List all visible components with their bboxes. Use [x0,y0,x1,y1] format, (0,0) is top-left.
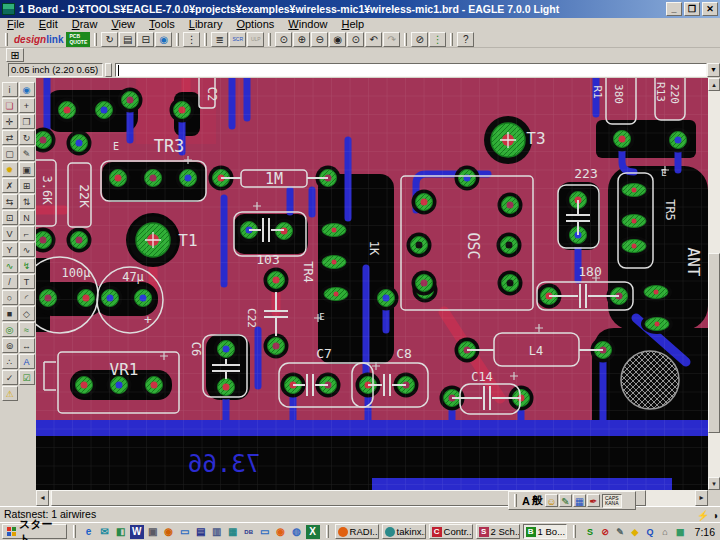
monitor-icon[interactable]: ▭ [258,525,272,539]
hole-icon[interactable]: ⊚ [2,338,18,353]
grid-settings-button[interactable]: ⊞ [6,48,24,62]
scroll-up-button[interactable]: ▴ [708,78,720,91]
task-board[interactable]: B1 Bo... [523,524,567,539]
close-button[interactable]: ✕ [702,2,718,16]
export-image-icon[interactable]: ◉ [155,32,172,47]
show-icon[interactable]: ◉ [19,82,35,97]
pcb-canvas[interactable]: TR3E1M22K3.6KT1C2103TR41K100µ47µ+VR1C6C2… [36,78,708,490]
undo-icon[interactable]: ↶ [365,32,382,47]
value-icon[interactable]: V [2,226,18,241]
media-player-icon[interactable]: ◉ [162,525,176,539]
start-button[interactable]: スタート [2,524,67,539]
toolbar-grip[interactable] [268,33,271,46]
scroll-right-button[interactable]: ▸ [695,490,708,506]
network-icon[interactable]: ◍ [290,525,304,539]
copy-icon[interactable]: ❐ [19,114,35,129]
move-icon[interactable]: ✛ [2,114,18,129]
route-icon[interactable]: ∿ [2,258,18,273]
show-desktop-icon[interactable]: ▭ [178,525,192,539]
messenger-tray-icon[interactable]: Q [644,525,657,538]
pinswap-icon[interactable]: ⇆ [2,194,18,209]
toolbar-grip[interactable] [204,33,207,46]
ime-pad-icon[interactable]: ☺ [545,494,558,507]
menu-edit[interactable]: Edit [32,18,65,31]
task-schematic[interactable]: S2 Sch... [476,524,520,539]
taskbar-grip[interactable] [73,525,76,538]
circle-icon[interactable]: ○ [2,290,18,305]
menu-library[interactable]: Library [182,18,230,31]
script-icon[interactable]: SCR [229,32,246,47]
vertical-scrollbar[interactable]: ▴ ▾ [708,78,720,490]
zoom-in-icon[interactable]: ⊕ [293,32,310,47]
ripup-icon[interactable]: ↯ [19,258,35,273]
viewer-icon[interactable]: ▣ [146,525,160,539]
polygon-icon[interactable]: ◇ [19,306,35,321]
menu-file[interactable]: File [0,18,32,31]
command-history-dropdown[interactable]: ▼ [707,63,720,77]
stop-icon[interactable]: ⊘ [411,32,428,47]
menu-tools[interactable]: Tools [142,18,182,31]
ime-input-mode[interactable]: A [522,495,530,507]
antivirus-tray-icon[interactable]: S [584,525,597,538]
rect-icon[interactable]: ■ [2,306,18,321]
ime-toolbar[interactable]: A 般 ☺✎▦✒ CAPSKANA [508,491,636,510]
photo-icon[interactable]: ◧ [114,525,128,539]
menu-window[interactable]: Window [281,18,334,31]
signal-icon[interactable]: ≈ [19,322,35,337]
text-icon[interactable]: T [19,274,35,289]
run-ulp-icon[interactable]: ULP [247,32,264,47]
name-icon[interactable]: N [19,210,35,225]
layer-settings-icon[interactable]: ≣ [211,32,228,47]
display-layers-icon[interactable]: ❏ [2,98,18,113]
command-input[interactable] [115,63,707,77]
menu-draw[interactable]: Draw [65,18,105,31]
replace-icon[interactable]: ⇅ [19,194,35,209]
mark-icon[interactable]: + [19,98,35,113]
zoom-out-icon[interactable]: ⊖ [311,32,328,47]
taskbar-grip[interactable] [326,525,329,538]
redo-icon[interactable]: ↷ [383,32,400,47]
firefox-icon[interactable]: ◉ [274,525,288,539]
paste-icon[interactable]: ▣ [19,162,35,177]
scroll-down-button[interactable]: ▾ [708,477,720,490]
pcb-quote-button[interactable]: PCB QUOTE [66,32,90,47]
toolbar-grip[interactable] [94,33,97,46]
split-icon[interactable]: Y [2,242,18,257]
task-takinx[interactable]: takinx.. [382,524,426,539]
errors-icon[interactable]: ⚠ [2,386,18,401]
excel-icon[interactable]: X [306,525,320,539]
word-icon[interactable]: W [130,525,144,539]
arc-icon[interactable]: ◜ [19,290,35,305]
task-control[interactable]: CContr... [429,524,473,539]
zoom-redraw-icon[interactable]: ◉ [329,32,346,47]
toolbar-grip[interactable] [5,33,8,46]
title-bar[interactable]: 1 Board - D:¥TOOLS¥EAGLE-7.0.0¥projects¥… [0,0,720,18]
pen-tray-icon[interactable]: ✎ [614,525,627,538]
delete-icon[interactable]: ✗ [2,178,18,193]
mail-icon[interactable]: ✉ [98,525,112,539]
ie-icon[interactable]: e [82,525,96,539]
zoom-fit-icon[interactable]: ⊙ [275,32,292,47]
menu-view[interactable]: View [104,18,142,31]
shield-tray-icon[interactable]: ◆ [629,525,642,538]
ratsnest-icon[interactable]: ∴ [2,354,18,369]
zoom-select-icon[interactable]: ⊙ [347,32,364,47]
drc-icon[interactable]: ☑ [19,370,35,385]
ime-properties-icon[interactable]: ▦ [573,494,586,507]
optimize-icon[interactable]: ∿ [19,242,35,257]
save-icon[interactable]: ▤ [119,32,136,47]
vertical-scroll-thumb[interactable] [708,253,720,433]
restore-button[interactable]: ❐ [684,2,700,16]
change-icon[interactable]: ✎ [19,146,35,161]
smash-icon[interactable]: ✹ [2,162,18,177]
notes-icon[interactable]: ▤ [194,525,208,539]
use-library-icon[interactable]: ⋮ [183,32,200,47]
lock-icon[interactable]: ⊡ [2,210,18,225]
erc-icon[interactable]: ✓ [2,370,18,385]
user-tray-icon[interactable]: ⌂ [659,525,672,538]
print-icon[interactable]: ⊟ [137,32,154,47]
via-icon[interactable]: ◎ [2,322,18,337]
taskbar-grip[interactable] [573,525,576,538]
rotate-icon[interactable]: ↻ [19,130,35,145]
toolbar-grip[interactable] [176,33,179,46]
